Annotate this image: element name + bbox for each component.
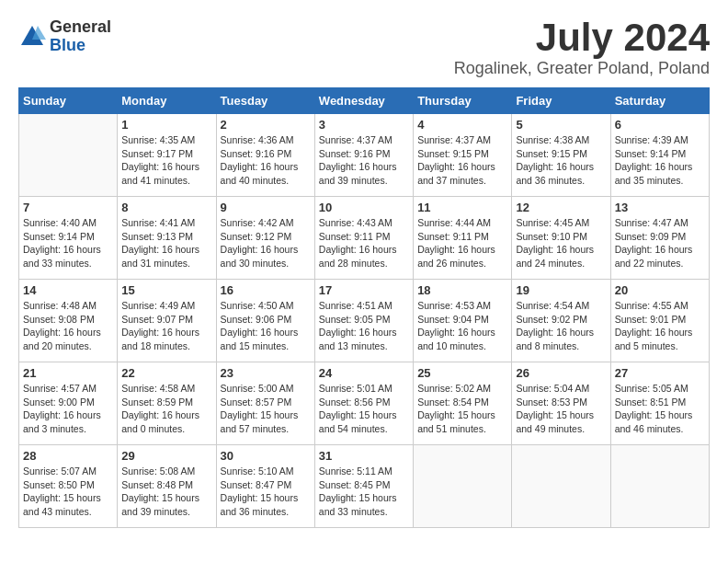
calendar-cell: 6Sunrise: 4:39 AM Sunset: 9:14 PM Daylig… [610,114,709,197]
day-info: Sunrise: 5:02 AM Sunset: 8:54 PM Dayligh… [417,382,507,436]
day-info: Sunrise: 4:57 AM Sunset: 9:00 PM Dayligh… [23,382,113,436]
day-number: 13 [615,201,705,214]
calendar-cell: 3Sunrise: 4:37 AM Sunset: 9:16 PM Daylig… [314,114,413,197]
logo: General Blue [18,18,111,55]
calendar-header-row: SundayMondayTuesdayWednesdayThursdayFrid… [19,88,710,114]
day-number: 25 [417,366,507,380]
day-info: Sunrise: 5:05 AM Sunset: 8:51 PM Dayligh… [615,382,705,436]
calendar-cell: 7Sunrise: 4:40 AM Sunset: 9:14 PM Daylig… [19,197,118,280]
title-block: July 2024 Rogalinek, Greater Poland, Pol… [454,18,710,78]
calendar-cell: 17Sunrise: 4:51 AM Sunset: 9:05 PM Dayli… [314,280,413,362]
day-info: Sunrise: 4:36 AM Sunset: 9:16 PM Dayligh… [221,133,311,188]
day-info: Sunrise: 4:49 AM Sunset: 9:07 PM Dayligh… [121,299,211,353]
calendar-week-1: 1Sunrise: 4:35 AM Sunset: 9:17 PM Daylig… [19,114,710,197]
calendar-cell: 24Sunrise: 5:01 AM Sunset: 8:56 PM Dayli… [314,362,413,445]
day-info: Sunrise: 5:01 AM Sunset: 8:56 PM Dayligh… [319,382,409,436]
calendar-cell: 23Sunrise: 5:00 AM Sunset: 8:57 PM Dayli… [216,362,314,445]
calendar-week-4: 21Sunrise: 4:57 AM Sunset: 9:00 PM Dayli… [19,362,710,445]
day-number: 4 [417,118,507,132]
day-info: Sunrise: 4:48 AM Sunset: 9:08 PM Dayligh… [23,299,113,353]
calendar-cell: 12Sunrise: 4:45 AM Sunset: 9:10 PM Dayli… [512,197,610,280]
day-info: Sunrise: 4:40 AM Sunset: 9:14 PM Dayligh… [23,216,113,270]
calendar-week-5: 28Sunrise: 5:07 AM Sunset: 8:50 PM Dayli… [19,445,710,528]
logo-text: General Blue [50,18,111,55]
calendar-cell: 4Sunrise: 4:37 AM Sunset: 9:15 PM Daylig… [414,114,512,197]
calendar-header-friday: Friday [512,88,610,114]
calendar-week-2: 7Sunrise: 4:40 AM Sunset: 9:14 PM Daylig… [19,197,710,280]
calendar-header-wednesday: Wednesday [314,88,413,114]
calendar-cell: 26Sunrise: 5:04 AM Sunset: 8:53 PM Dayli… [512,362,610,445]
day-info: Sunrise: 4:35 AM Sunset: 9:17 PM Dayligh… [121,133,211,188]
day-number: 28 [23,449,113,463]
calendar-cell: 29Sunrise: 5:08 AM Sunset: 8:48 PM Dayli… [118,445,216,528]
day-info: Sunrise: 4:43 AM Sunset: 9:11 PM Dayligh… [319,216,409,270]
day-info: Sunrise: 4:53 AM Sunset: 9:04 PM Dayligh… [417,299,507,353]
day-info: Sunrise: 4:38 AM Sunset: 9:15 PM Dayligh… [516,133,606,188]
calendar-cell: 13Sunrise: 4:47 AM Sunset: 9:09 PM Dayli… [610,197,709,280]
day-number: 1 [121,118,211,132]
day-number: 7 [23,201,113,214]
calendar-cell: 11Sunrise: 4:44 AM Sunset: 9:11 PM Dayli… [414,197,512,280]
calendar-header-saturday: Saturday [610,88,709,114]
calendar-cell [19,114,118,197]
calendar-cell [414,445,512,528]
day-number: 10 [319,201,409,214]
day-number: 15 [121,283,211,297]
day-info: Sunrise: 4:55 AM Sunset: 9:01 PM Dayligh… [615,299,705,353]
day-number: 14 [23,283,113,297]
calendar-cell [610,445,709,528]
day-number: 6 [615,118,705,132]
day-number: 11 [417,201,507,214]
logo-blue: Blue [50,37,111,55]
calendar-header-thursday: Thursday [414,88,512,114]
day-info: Sunrise: 4:37 AM Sunset: 9:15 PM Dayligh… [417,133,507,188]
day-info: Sunrise: 5:08 AM Sunset: 8:48 PM Dayligh… [121,465,211,519]
day-info: Sunrise: 4:50 AM Sunset: 9:06 PM Dayligh… [221,299,311,353]
day-number: 8 [121,201,211,214]
day-number: 19 [516,283,606,297]
calendar-cell: 14Sunrise: 4:48 AM Sunset: 9:08 PM Dayli… [19,280,118,362]
calendar-header-sunday: Sunday [19,88,118,114]
calendar-cell: 19Sunrise: 4:54 AM Sunset: 9:02 PM Dayli… [512,280,610,362]
day-number: 2 [221,118,311,132]
day-number: 27 [615,366,705,380]
day-info: Sunrise: 4:51 AM Sunset: 9:05 PM Dayligh… [319,299,409,353]
day-number: 12 [516,201,606,214]
calendar-cell: 21Sunrise: 4:57 AM Sunset: 9:00 PM Dayli… [19,362,118,445]
day-number: 17 [319,283,409,297]
calendar-table: SundayMondayTuesdayWednesdayThursdayFrid… [18,87,710,528]
day-number: 21 [23,366,113,380]
calendar-cell: 16Sunrise: 4:50 AM Sunset: 9:06 PM Dayli… [216,280,314,362]
calendar-header-tuesday: Tuesday [216,88,314,114]
calendar-week-3: 14Sunrise: 4:48 AM Sunset: 9:08 PM Dayli… [19,280,710,362]
calendar-cell: 27Sunrise: 5:05 AM Sunset: 8:51 PM Dayli… [610,362,709,445]
day-number: 26 [516,366,606,380]
calendar-cell: 2Sunrise: 4:36 AM Sunset: 9:16 PM Daylig… [216,114,314,197]
calendar-cell: 9Sunrise: 4:42 AM Sunset: 9:12 PM Daylig… [216,197,314,280]
day-number: 31 [319,449,409,463]
day-info: Sunrise: 4:39 AM Sunset: 9:14 PM Dayligh… [615,133,705,188]
day-number: 22 [121,366,211,380]
calendar-cell: 1Sunrise: 4:35 AM Sunset: 9:17 PM Daylig… [118,114,216,197]
day-info: Sunrise: 4:58 AM Sunset: 8:59 PM Dayligh… [121,382,211,436]
day-info: Sunrise: 5:10 AM Sunset: 8:47 PM Dayligh… [221,465,311,519]
calendar-cell: 31Sunrise: 5:11 AM Sunset: 8:45 PM Dayli… [314,445,413,528]
logo-icon [18,23,46,51]
day-number: 24 [319,366,409,380]
calendar-header-monday: Monday [118,88,216,114]
day-info: Sunrise: 4:54 AM Sunset: 9:02 PM Dayligh… [516,299,606,353]
calendar-cell: 20Sunrise: 4:55 AM Sunset: 9:01 PM Dayli… [610,280,709,362]
calendar-cell: 8Sunrise: 4:41 AM Sunset: 9:13 PM Daylig… [118,197,216,280]
calendar-cell: 28Sunrise: 5:07 AM Sunset: 8:50 PM Dayli… [19,445,118,528]
day-number: 3 [319,118,409,132]
calendar-cell: 5Sunrise: 4:38 AM Sunset: 9:15 PM Daylig… [512,114,610,197]
calendar-cell: 18Sunrise: 4:53 AM Sunset: 9:04 PM Dayli… [414,280,512,362]
calendar-cell [512,445,610,528]
day-number: 29 [121,449,211,463]
calendar-cell: 15Sunrise: 4:49 AM Sunset: 9:07 PM Dayli… [118,280,216,362]
day-number: 23 [221,366,311,380]
day-info: Sunrise: 4:44 AM Sunset: 9:11 PM Dayligh… [417,216,507,270]
day-info: Sunrise: 4:47 AM Sunset: 9:09 PM Dayligh… [615,216,705,270]
day-number: 20 [615,283,705,297]
day-number: 16 [221,283,311,297]
